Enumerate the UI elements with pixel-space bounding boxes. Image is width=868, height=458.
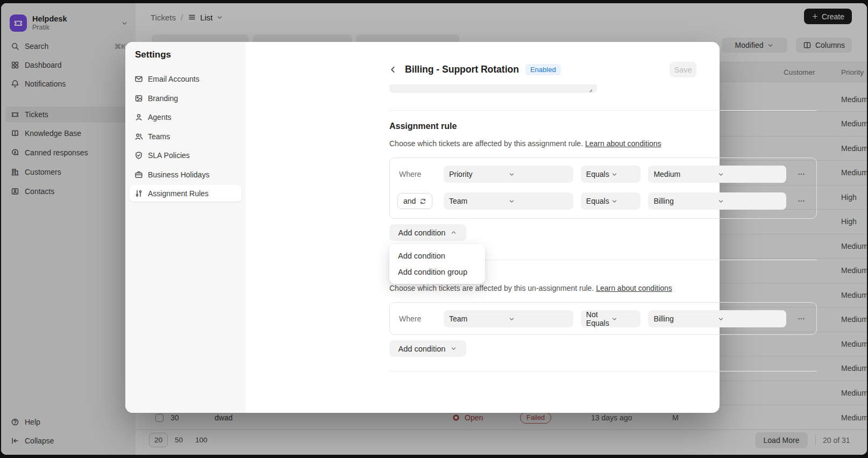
condition-more-button[interactable]	[794, 167, 809, 182]
assignment-rule-detail: Billing - Support Rotation Enabled Save …	[246, 42, 720, 413]
dots-h-icon	[797, 197, 806, 205]
settings-nav-label: Email Accounts	[148, 75, 200, 83]
assignment-conditions-box: Where Priority Equals Medium and Team Eq…	[389, 158, 817, 219]
value-select[interactable]: Billing	[648, 310, 786, 327]
shield-check-icon	[134, 151, 143, 160]
chevron-down-icon	[611, 171, 636, 178]
dots-h-icon	[797, 314, 806, 323]
rule-title: Billing - Support Rotation	[405, 64, 519, 75]
settings-modal: Settings Email Accounts Branding Agents …	[125, 42, 720, 413]
settings-nav-label: Branding	[148, 94, 178, 103]
chevron-left-icon	[388, 65, 398, 75]
assignment-rule-heading: Assignment rule	[389, 121, 457, 131]
image-icon	[134, 94, 143, 103]
add-condition-dropdown: Add conditionAdd condition group	[389, 244, 485, 284]
condition-more-button[interactable]	[794, 194, 809, 209]
chevron-down-icon	[717, 198, 781, 205]
chevron-down-icon	[717, 171, 781, 178]
chevron-down-icon	[611, 316, 636, 323]
add-condition-button[interactable]: Add condition	[389, 224, 466, 241]
settings-nav-label: Agents	[148, 113, 172, 121]
section-divider	[389, 371, 817, 371]
condition-lead-label: Where	[397, 314, 421, 323]
back-button[interactable]	[387, 63, 399, 75]
screen: Helpdesk Pratik Search ⌘K Dashboard Noti…	[0, 0, 868, 458]
repeat-icon	[419, 198, 426, 205]
dots-h-icon	[797, 170, 806, 178]
chevron-down-icon	[450, 345, 457, 352]
settings-nav-business-holidays[interactable]: Business Holidays	[130, 166, 241, 183]
unassignment-conditions-box: Where Team Not Equals Billing	[389, 302, 817, 335]
add-condition-label: Add condition	[399, 345, 446, 353]
user-icon	[134, 113, 143, 121]
users-icon	[134, 132, 143, 141]
detail-header: Billing - Support Rotation Enabled	[387, 61, 561, 77]
assignment-rule-description: Choose which tickets are affected by thi…	[389, 139, 661, 148]
app-window: Helpdesk Pratik Search ⌘K Dashboard Noti…	[1, 3, 867, 455]
value-select[interactable]: Medium	[648, 166, 786, 183]
settings-nav-label: Business Holidays	[148, 170, 209, 179]
chevron-down-icon	[508, 316, 567, 323]
condition-lead-label: Where	[397, 170, 421, 178]
assignment-rules-icon	[134, 189, 143, 198]
condition-row: Where Priority Equals Medium	[397, 166, 809, 183]
enabled-badge: Enabled	[525, 64, 561, 75]
operator-select[interactable]: Equals	[581, 192, 641, 210]
chevron-down-icon	[611, 198, 636, 205]
unassignment-rule-description: Choose which tickets are affected by thi…	[389, 284, 672, 292]
description-text: Choose which tickets are affected by thi…	[389, 139, 583, 148]
settings-nav-label: Teams	[148, 132, 170, 141]
field-select[interactable]: Priority	[444, 166, 573, 183]
save-button[interactable]: Save	[670, 62, 696, 77]
settings-nav-agents[interactable]: Agents	[130, 109, 241, 125]
chevron-down-icon	[508, 171, 567, 178]
condition-more-button[interactable]	[794, 311, 809, 326]
value-select[interactable]: Billing	[648, 192, 786, 210]
settings-nav-panel: Settings Email Accounts Branding Agents …	[125, 42, 246, 413]
description-textarea[interactable]	[389, 84, 597, 93]
settings-nav-assignment-rules[interactable]: Assignment Rules	[130, 185, 241, 202]
condition-row: Where Team Not Equals Billing	[397, 310, 809, 327]
conjunction-label: and	[403, 197, 416, 205]
settings-nav-email-accounts[interactable]: Email Accounts	[130, 70, 241, 87]
settings-nav-label: Assignment Rules	[148, 189, 209, 198]
condition-row: and Team Equals Billing	[397, 192, 809, 210]
conjunction-toggle[interactable]: and	[397, 193, 432, 209]
chevron-down-icon	[717, 316, 781, 323]
settings-nav-label: SLA Policies	[148, 151, 190, 160]
add-condition-button[interactable]: Add condition	[389, 340, 466, 357]
field-select[interactable]: Team	[444, 310, 573, 327]
condition-lead: and	[397, 193, 436, 209]
field-select[interactable]: Team	[444, 192, 573, 210]
briefcase-icon	[134, 170, 143, 179]
mail-icon	[134, 75, 143, 83]
condition-lead: Where	[397, 314, 436, 323]
chevron-up-icon	[450, 229, 457, 236]
settings-nav-sla-policies[interactable]: SLA Policies	[130, 147, 241, 163]
resize-handle-icon[interactable]	[586, 86, 593, 93]
description-text: Choose which tickets are affected by thi…	[389, 284, 594, 292]
settings-title: Settings	[135, 49, 171, 60]
settings-nav-branding[interactable]: Branding	[130, 90, 241, 106]
dropdown-item-add-condition[interactable]: Add condition	[393, 248, 481, 264]
learn-about-conditions-link[interactable]: Learn about conditions	[585, 139, 661, 148]
settings-nav-teams[interactable]: Teams	[130, 128, 241, 145]
chevron-down-icon	[508, 198, 567, 205]
dropdown-item-add-condition-group[interactable]: Add condition group	[393, 264, 481, 280]
learn-about-conditions-link[interactable]: Learn about conditions	[596, 284, 672, 292]
section-divider	[389, 110, 817, 111]
operator-select[interactable]: Equals	[581, 166, 641, 183]
operator-select[interactable]: Not Equals	[581, 310, 641, 327]
add-condition-label: Add condition	[399, 228, 446, 237]
condition-lead: Where	[397, 170, 436, 178]
